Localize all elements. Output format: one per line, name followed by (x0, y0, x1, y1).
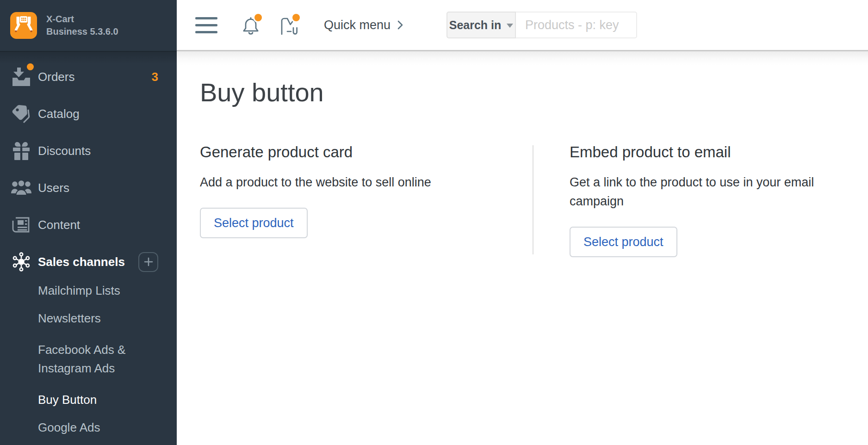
chevron-right-icon (397, 19, 403, 31)
section-heading: Embed product to email (570, 143, 816, 161)
brand-block: X-Cart Business 5.3.6.0 (46, 13, 118, 38)
sidebar-subitem-newsletters[interactable]: Newsletters (0, 304, 177, 332)
app-window: X-Cart Business 5.3.6.0 Orders 3 (0, 0, 868, 445)
users-icon (10, 178, 32, 198)
sidebar-header: X-Cart Business 5.3.6.0 (0, 0, 177, 52)
sidebar-item-label: Users (38, 181, 158, 195)
stats-dot (292, 14, 300, 21)
sidebar-subitem-label: Google Ads (38, 418, 100, 437)
buy-button-sections: Generate product card Add a product to t… (200, 143, 868, 257)
global-search: Search in (446, 12, 637, 38)
sidebar-item-label: Sales channels (38, 255, 138, 269)
sidebar-subitem-label: Facebook Ads & Instagram Ads (38, 340, 149, 377)
sidebar-item-label: Discounts (38, 144, 158, 158)
select-product-button-email[interactable]: Select product (570, 227, 677, 257)
sales-channels-icon (10, 251, 32, 272)
sidebar-item-label: Catalog (38, 107, 158, 121)
sidebar-subitem-label: Mailchimp Lists (38, 281, 120, 300)
sidebar-item-discounts[interactable]: Discounts (0, 132, 177, 169)
plus-icon (143, 257, 154, 267)
sidebar-item-users[interactable]: Users (0, 169, 177, 206)
notifications-dot (254, 14, 262, 21)
sidebar-subitem-label: Newsletters (38, 309, 101, 328)
caret-down-icon (507, 24, 513, 28)
brand-edition: Business 5.3.6.0 (46, 25, 118, 38)
orders-notification-dot (27, 63, 34, 70)
orders-icon (10, 67, 32, 87)
sidebar-item-label: Content (38, 218, 158, 232)
stats-button[interactable] (279, 15, 298, 35)
sidebar-item-content[interactable]: Content (0, 206, 177, 243)
add-sales-channel-button[interactable] (138, 252, 158, 272)
sidebar-subitem-mailchimp-lists[interactable]: Mailchimp Lists (0, 277, 177, 304)
sidebar-item-catalog[interactable]: Catalog (0, 95, 177, 132)
select-product-button-website[interactable]: Select product (200, 208, 308, 238)
sidebar: X-Cart Business 5.3.6.0 Orders 3 (0, 0, 177, 445)
quick-menu-button[interactable]: Quick menu (324, 18, 403, 32)
embed-product-email-section: Embed product to email Get a link to the… (533, 143, 816, 257)
brand-name: X-Cart (46, 13, 118, 25)
section-heading: Generate product card (200, 143, 533, 161)
xcart-logo-svg (10, 12, 37, 39)
generate-product-card-section: Generate product card Add a product to t… (200, 143, 533, 238)
discounts-icon (10, 141, 32, 161)
sidebar-item-orders[interactable]: Orders 3 (0, 58, 177, 95)
catalog-icon (10, 103, 32, 124)
sidebar-item-sales-channels[interactable]: Sales channels (0, 243, 177, 280)
search-scope-dropdown[interactable]: Search in (446, 12, 516, 38)
main-content: Buy button Generate product card Add a p… (177, 51, 868, 445)
content-icon (10, 215, 32, 235)
search-scope-label: Search in (449, 19, 502, 32)
search-input[interactable] (516, 12, 637, 38)
section-description: Get a link to the product to use in your… (570, 173, 816, 211)
section-description: Add a product to the website to sell onl… (200, 173, 533, 192)
hamburger-icon[interactable] (195, 17, 217, 33)
topbar: Quick menu Search in (177, 0, 868, 51)
page-title: Buy button (200, 77, 868, 107)
quick-menu-label: Quick menu (324, 18, 391, 32)
sidebar-subitem-label: Buy Button (38, 390, 97, 409)
sidebar-item-label: Orders (38, 70, 152, 84)
sidebar-subitem-buy-button[interactable]: Buy Button (0, 386, 177, 414)
sidebar-subitem-facebook-instagram-ads[interactable]: Facebook Ads & Instagram Ads (0, 332, 177, 386)
sidebar-nav: Orders 3 Catalog (0, 52, 177, 441)
sales-channels-submenu: Mailchimp Lists Newsletters Facebook Ads… (0, 277, 177, 441)
xcart-logo-icon[interactable] (10, 12, 37, 39)
notifications-button[interactable] (242, 15, 260, 35)
sidebar-subitem-google-ads[interactable]: Google Ads (0, 414, 177, 441)
content-column: Quick menu Search in Buy button Generate… (177, 0, 868, 445)
orders-count-badge: 3 (152, 70, 158, 84)
